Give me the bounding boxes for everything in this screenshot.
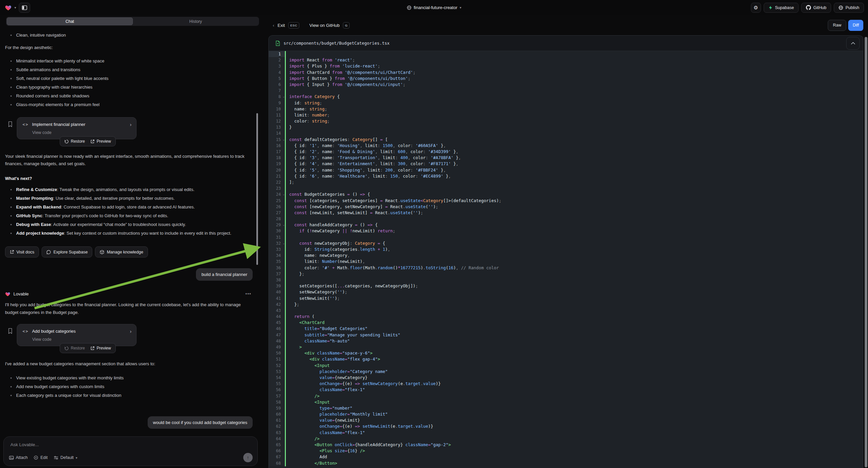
fold-chevron-icon[interactable]: ⌄ [283,192,284,197]
code-editor[interactable]: 12import React from 'react';3import { Pl… [269,51,863,466]
code-text: <div className="flex gap-4"> [286,356,380,362]
restore-button[interactable]: Restore [64,139,85,144]
settings-button[interactable]: ⚙ [751,3,761,13]
code-text: setNewLimit(''); [286,295,340,301]
code-text: const [newCategory, setNewCategory] = Re… [286,204,438,210]
code-line: 55 onChange={(e) => setNewCategory(e.tar… [269,381,863,387]
tab-history[interactable]: History [133,18,258,25]
mode-select[interactable]: Default ▾ [54,455,78,460]
line-number: 16 [269,143,285,149]
step-text: : Use clear, detailed, and iterative pro… [53,196,175,201]
version-title: Implement financial planner [32,122,126,127]
chat-input[interactable]: Ask Lovable... [10,442,252,447]
assistant-header: Lovable ••• [5,291,253,296]
publish-button[interactable]: Publish [834,3,864,13]
version-card-add-budget-categories[interactable]: <> Add budget categories › View code Res… [17,324,136,346]
list-item: Refine & Customize: Tweak the design, an… [5,186,253,193]
version-card-implement-financial-planner[interactable]: <> Implement financial planner › View co… [17,117,136,139]
manage-knowledge-button[interactable]: Manage knowledge [95,246,148,258]
github-button[interactable]: GitHub [801,3,831,13]
line-number: 50 [269,350,285,356]
exit-button[interactable]: ‹ Exit ESC [273,22,299,29]
code-text: <ChartCard [286,320,324,326]
code-line: 42 }; [269,301,863,308]
code-line: 12 color: string; [269,118,863,124]
list-item: Rounded corners and subtle shadows [5,93,253,99]
raw-button[interactable]: Raw [828,20,846,31]
list-item: Subtle animations and transitions [5,66,253,73]
code-text: <Input [286,399,330,405]
preview-button[interactable]: Preview [90,139,111,144]
tab-chat[interactable]: Chat [7,18,133,25]
code-line: 1 [269,51,863,57]
step-title: Expand with Backend [16,204,61,209]
code-line: 45 <ChartCard [269,320,863,326]
code-line: 68 </Button> [269,460,863,466]
logo-chevron-down-icon[interactable]: ▾ [14,6,16,9]
chat-message-list[interactable]: Clean, intuitive navigation For the desi… [0,28,266,449]
toggle-sidebar-button[interactable] [19,3,30,13]
bookmark-icon[interactable] [8,121,13,127]
fold-chevron-icon[interactable]: ⌄ [283,240,284,246]
code-text [286,88,289,94]
code-text: type="number" [286,405,352,411]
code-text: { id: '4', name: 'Entertainment', limit:… [286,161,458,167]
restore-button[interactable]: Restore [64,346,85,351]
code-line: 30 if (!newCategory || !newLimit) return… [269,228,863,234]
line-number: 36 [269,265,285,271]
chat-scrollbar[interactable] [256,113,258,265]
supabase-button[interactable]: Supabase [764,3,799,13]
code-line: 16 { id: '1', name: 'Housing', limit: 15… [269,143,863,149]
code-text: onChange={(e) => setNewLimit(e.target.va… [286,423,433,429]
code-line: 48 className="h-auto" [269,338,863,344]
code-line: 39 setCategories([...categories, newCate… [269,283,863,289]
user-message: build a financial planner [196,268,253,281]
fold-chevron-icon[interactable]: ⌄ [283,137,284,143]
code-line: 31 [269,234,863,240]
list-item: Soft, neutral color palette with light b… [5,75,253,82]
send-button[interactable]: ↑ [243,453,253,462]
code-line: 6import { Input } from '@/components/ui/… [269,82,863,88]
list-item: GitHub Sync: Transfer your project's cod… [5,212,253,219]
line-number: 25 [269,198,285,204]
view-code-link[interactable]: View code [23,337,131,342]
lovable-logo-icon[interactable] [5,4,12,11]
assistant-name: Lovable [13,291,29,296]
edit-button[interactable]: Edit [34,455,48,460]
line-number: 24⌄ [269,192,285,197]
target-icon [34,455,38,460]
step-title: Debug with Ease [16,222,51,227]
line-number: 10 [269,106,285,112]
file-header[interactable]: src/components/budget/BudgetCategories.t… [269,36,863,51]
code-text: color: string; [286,118,330,124]
code-text: placeholder="Monthly limit" [286,411,388,417]
visit-docs-button[interactable]: Visit docs [5,246,39,258]
assistant-reply-intro: I'll help you add budget categories to t… [5,301,253,316]
line-number: 13 [269,124,285,130]
bookmark-icon[interactable] [8,328,13,334]
code-scrollbar[interactable] [865,37,867,467]
view-code-link[interactable]: View code [23,130,131,135]
diff-button[interactable]: Diff [848,20,863,31]
preview-button[interactable]: Preview [90,346,111,351]
project-switcher[interactable]: financial-future-creator ▾ [407,5,461,10]
code-line: 14 [269,130,863,136]
code-text: { id: '6', name: 'Healthcare', limit: 15… [286,173,451,179]
message-menu-button[interactable]: ••• [245,291,251,296]
project-name: financial-future-creator [414,5,457,10]
code-line: 41 setNewLimit(''); [269,295,863,301]
explore-supabase-button[interactable]: Explore Supabase [41,246,92,258]
view-on-github-button[interactable]: View on GitHub G [309,22,350,29]
g-key-badge: G [343,22,350,29]
code-line: 8⌄interface Category { [269,94,863,100]
line-number: 41 [269,295,285,301]
line-number: 47 [269,332,285,338]
collapse-file-button[interactable] [846,37,860,50]
code-line: 44 return ( [269,314,863,320]
fold-chevron-icon[interactable]: ⌄ [283,94,284,100]
line-number: 22 [269,179,285,185]
attach-button[interactable]: Attach [9,455,28,460]
fold-chevron-icon[interactable]: ⌄ [283,222,284,228]
code-text: > [286,344,302,350]
code-text: value={newLimit} [286,417,360,423]
